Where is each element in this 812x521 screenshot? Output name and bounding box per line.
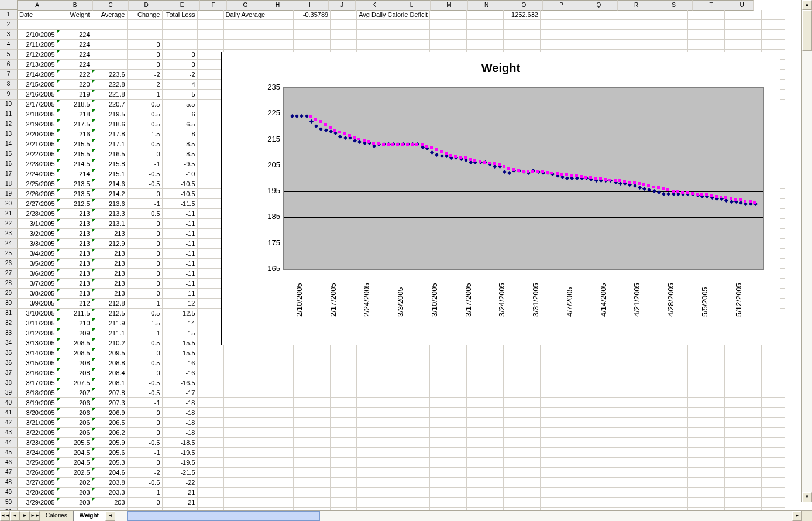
cell[interactable]: 208	[57, 358, 92, 368]
cell[interactable]: 3/10/2005	[18, 309, 57, 318]
cell[interactable]	[197, 239, 223, 249]
cell[interactable]	[687, 348, 724, 358]
cell[interactable]: 207.3	[92, 398, 127, 408]
cell[interactable]: 3/9/2005	[18, 299, 57, 309]
cell[interactable]: 213	[57, 289, 92, 299]
cell[interactable]	[577, 408, 614, 418]
cell[interactable]: -18	[162, 428, 197, 438]
cell[interactable]: -10	[162, 169, 197, 179]
cell[interactable]	[724, 10, 761, 20]
cell[interactable]: -4	[162, 80, 197, 90]
cell[interactable]	[357, 428, 430, 438]
cell[interactable]	[267, 10, 294, 20]
cell[interactable]: 219.5	[92, 109, 127, 119]
cell[interactable]: 214	[57, 169, 92, 179]
cell[interactable]	[267, 468, 294, 478]
cell[interactable]	[724, 418, 761, 428]
cell[interactable]	[357, 378, 430, 388]
cell[interactable]	[503, 418, 540, 428]
cell[interactable]	[294, 30, 331, 40]
cell[interactable]	[357, 458, 430, 468]
cell[interactable]	[294, 468, 331, 478]
cell[interactable]	[223, 448, 267, 458]
col-header-Q[interactable]: Q	[580, 0, 618, 11]
cell[interactable]	[331, 438, 357, 448]
cell[interactable]: 0	[162, 60, 197, 70]
cell[interactable]	[267, 488, 294, 498]
cell[interactable]: -16.5	[162, 378, 197, 388]
row-header-44[interactable]: 44	[0, 438, 18, 448]
cell[interactable]: 3/24/2005	[18, 448, 57, 458]
tab-nav-last[interactable]: ►►	[30, 511, 40, 521]
cell[interactable]	[687, 418, 724, 428]
cell[interactable]	[197, 249, 223, 259]
cell[interactable]	[331, 20, 357, 30]
row-header-4[interactable]: 4	[0, 40, 18, 50]
cell[interactable]	[724, 438, 761, 448]
cell[interactable]: -1	[127, 90, 162, 100]
cell[interactable]	[540, 348, 577, 358]
cell[interactable]	[223, 498, 267, 508]
cell[interactable]: -1	[127, 159, 162, 169]
cell[interactable]: 3/13/2005	[18, 338, 57, 348]
cell[interactable]	[92, 30, 127, 40]
cell[interactable]: 0	[127, 368, 162, 378]
cell[interactable]: 3/4/2005	[18, 249, 57, 259]
cell[interactable]	[294, 428, 331, 438]
cell[interactable]	[357, 398, 430, 408]
cell[interactable]	[294, 458, 331, 468]
cell[interactable]	[577, 378, 614, 388]
cell[interactable]: -18.5	[162, 438, 197, 448]
cell[interactable]	[687, 368, 724, 378]
cell[interactable]	[466, 408, 503, 418]
cell[interactable]: -1	[127, 328, 162, 338]
cell[interactable]: 213	[57, 269, 92, 279]
cell[interactable]	[724, 388, 761, 398]
cell[interactable]	[761, 378, 785, 388]
cell[interactable]	[687, 30, 724, 40]
cell[interactable]	[197, 418, 223, 428]
cell[interactable]	[197, 179, 223, 189]
cell[interactable]: -18	[162, 398, 197, 408]
cell[interactable]	[429, 368, 466, 378]
cell[interactable]	[761, 30, 785, 40]
cell[interactable]	[466, 448, 503, 458]
cell[interactable]	[197, 30, 223, 40]
sheet-tab-weight[interactable]: Weight	[74, 511, 105, 521]
cell[interactable]	[577, 30, 614, 40]
cell[interactable]: -11	[162, 229, 197, 239]
cell[interactable]	[577, 498, 614, 508]
row-header-28[interactable]: 28	[0, 279, 18, 289]
cell[interactable]	[357, 368, 430, 378]
cell[interactable]: 0	[127, 289, 162, 299]
cell[interactable]: 213	[92, 229, 127, 239]
cell[interactable]	[687, 40, 724, 50]
cell[interactable]	[331, 398, 357, 408]
cell[interactable]	[197, 378, 223, 388]
cell[interactable]	[577, 20, 614, 30]
cell[interactable]: 3/12/2005	[18, 328, 57, 338]
cell[interactable]: 0.5	[127, 209, 162, 219]
cell[interactable]	[687, 468, 724, 478]
cell[interactable]	[724, 20, 761, 30]
cell[interactable]	[429, 20, 466, 30]
cell[interactable]	[429, 40, 466, 50]
cell[interactable]: 207.5	[57, 378, 92, 388]
cell[interactable]	[197, 498, 223, 508]
sheet-tab-calories[interactable]: Calories	[40, 511, 74, 521]
col-header-G[interactable]: G	[227, 0, 264, 11]
hscroll-track[interactable]: ◄ ►	[105, 511, 802, 521]
cell[interactable]: 212.9	[92, 239, 127, 249]
cell[interactable]: 222.8	[92, 80, 127, 90]
cell[interactable]	[651, 368, 687, 378]
cell[interactable]	[466, 30, 503, 40]
cell[interactable]: 208	[57, 368, 92, 378]
cell[interactable]: 203.3	[92, 488, 127, 498]
cell[interactable]	[577, 428, 614, 438]
cell[interactable]	[92, 20, 127, 30]
cell[interactable]	[651, 478, 687, 488]
cell[interactable]	[761, 418, 785, 428]
cell[interactable]: 0	[127, 418, 162, 428]
col-header-E[interactable]: E	[164, 0, 200, 11]
cell[interactable]: 204.5	[57, 448, 92, 458]
